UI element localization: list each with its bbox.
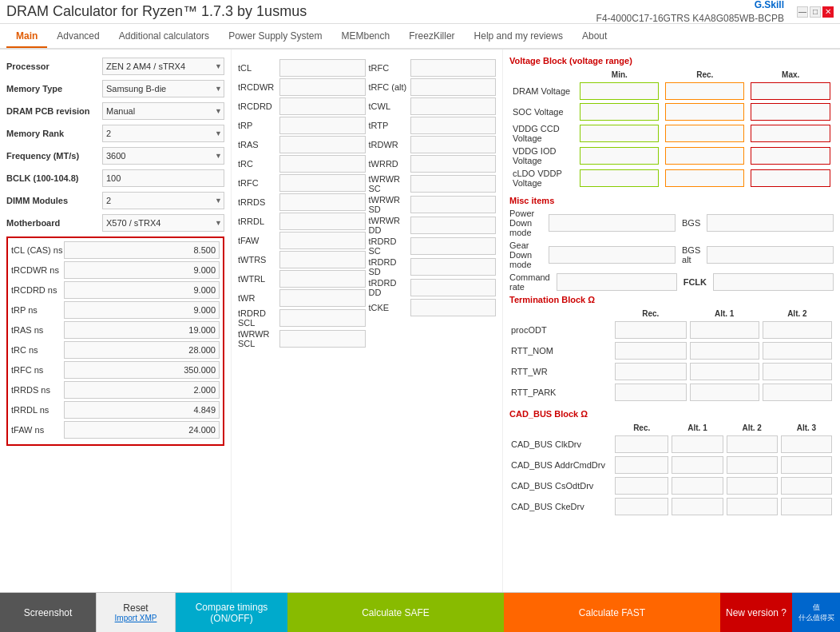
- close-button[interactable]: ✕: [822, 6, 834, 18]
- ns-input-trfc[interactable]: [64, 361, 220, 379]
- misc-input-bgs-alt[interactable]: [707, 246, 834, 264]
- timing-input-trfc2[interactable]: [410, 59, 496, 77]
- cad-addrcmddrv-alt1[interactable]: [672, 456, 723, 474]
- timing-input-trdrd-sc[interactable]: [410, 237, 496, 255]
- ns-input-tcl[interactable]: [64, 241, 220, 259]
- cad-ckedrv-alt1[interactable]: [672, 498, 723, 515]
- cad-ckedrv-alt2[interactable]: [727, 498, 778, 515]
- frequency-dropdown[interactable]: 3600 ▼: [102, 147, 224, 165]
- timing-input-trc[interactable]: [279, 155, 365, 173]
- cad-csodtdrv-alt1[interactable]: [672, 477, 723, 495]
- timing-input-trrdl[interactable]: [279, 213, 365, 230]
- timing-input-tfaw[interactable]: [279, 232, 365, 249]
- calculate-fast-button[interactable]: Calculate FAST: [504, 593, 720, 633]
- dram-pcb-select[interactable]: Manual: [102, 102, 224, 120]
- misc-input-power-down[interactable]: [549, 214, 676, 232]
- timing-input-twrrd[interactable]: [410, 155, 496, 173]
- voltage-dram-rec[interactable]: [665, 82, 744, 100]
- misc-input-fclk[interactable]: [713, 273, 834, 291]
- timing-input-tcke[interactable]: [410, 299, 496, 316]
- voltage-soc-rec[interactable]: [665, 103, 744, 121]
- voltage-dram-min[interactable]: [580, 82, 659, 100]
- voltage-dram-max[interactable]: [751, 82, 830, 100]
- voltage-vddg-iod-min[interactable]: [580, 147, 659, 165]
- nav-item-freezkiller[interactable]: FreezKiller: [399, 26, 464, 48]
- restore-button[interactable]: □: [810, 6, 821, 18]
- motherboard-dropdown[interactable]: X570 / sTRX4 ▼: [102, 214, 224, 232]
- voltage-cldo-min[interactable]: [580, 169, 659, 187]
- compare-button[interactable]: Compare timings(ON/OFF): [176, 593, 287, 633]
- ns-input-trrds[interactable]: [64, 381, 220, 399]
- timing-input-twrwr-sc[interactable]: [410, 175, 496, 193]
- nav-item-help[interactable]: Help and my reviews: [465, 26, 573, 48]
- cad-addrcmddrv-alt3[interactable]: [781, 456, 832, 474]
- cad-clkdrv-alt1[interactable]: [672, 435, 723, 453]
- calculate-safe-button[interactable]: Calculate SAFE: [287, 593, 504, 633]
- nav-item-membench[interactable]: MEMbench: [332, 26, 400, 48]
- voltage-cldo-rec[interactable]: [665, 169, 744, 187]
- reset-button[interactable]: Reset Import XMP: [96, 593, 176, 633]
- timing-input-trdrd-dd[interactable]: [410, 279, 496, 296]
- cad-ckedrv-rec[interactable]: [615, 498, 668, 515]
- voltage-soc-min[interactable]: [580, 103, 659, 121]
- timing-input-tras[interactable]: [279, 136, 365, 153]
- cad-clkdrv-alt2[interactable]: [727, 435, 778, 453]
- nav-item-about[interactable]: About: [573, 26, 616, 48]
- misc-input-command-rate[interactable]: [557, 273, 677, 291]
- timing-input-twrwr-dd[interactable]: [410, 217, 496, 234]
- voltage-vddg-ccd-min[interactable]: [580, 125, 659, 142]
- nav-item-main[interactable]: Main: [6, 26, 47, 48]
- term-rtt-park-rec[interactable]: [615, 384, 687, 401]
- timing-input-trrds[interactable]: [279, 193, 365, 211]
- timing-input-trtp[interactable]: [410, 117, 496, 134]
- voltage-vddg-ccd-max[interactable]: [751, 125, 830, 142]
- cad-addrcmddrv-rec[interactable]: [615, 456, 668, 474]
- dimm-select[interactable]: 2: [102, 192, 224, 209]
- cad-csodtdrv-alt2[interactable]: [727, 477, 778, 495]
- nav-item-power-supply[interactable]: Power Supply System: [219, 26, 331, 48]
- voltage-vddg-iod-max[interactable]: [751, 147, 830, 165]
- processor-dropdown[interactable]: ZEN 2 AM4 / sTRX4 ▼: [102, 58, 224, 75]
- new-version-button[interactable]: New version ?: [720, 593, 792, 633]
- zhihu-button[interactable]: 值什么值得买: [792, 593, 840, 633]
- bclk-input[interactable]: [102, 169, 224, 187]
- timing-input-trcdrd[interactable]: [279, 97, 365, 115]
- term-rtt-park-alt2[interactable]: [763, 384, 832, 401]
- ns-input-tras[interactable]: [64, 321, 220, 339]
- timing-input-tcwl[interactable]: [410, 97, 496, 115]
- cad-ckedrv-alt3[interactable]: [781, 498, 832, 515]
- term-procodt-rec[interactable]: [615, 321, 687, 339]
- timing-input-twrwr-scl[interactable]: [279, 330, 365, 348]
- misc-input-gear-down[interactable]: [549, 246, 676, 264]
- nav-item-additional[interactable]: Additional calculators: [109, 26, 219, 48]
- timing-input-trfc-alt[interactable]: [410, 78, 496, 96]
- cad-clkdrv-alt3[interactable]: [781, 435, 832, 453]
- timing-input-tcl[interactable]: [279, 59, 365, 77]
- timing-input-trfc[interactable]: [279, 174, 365, 192]
- misc-input-bgs[interactable]: [707, 214, 834, 232]
- minimize-button[interactable]: —: [797, 6, 808, 18]
- ns-input-tfaw[interactable]: [64, 421, 220, 439]
- ns-input-trcdrd[interactable]: [64, 281, 220, 299]
- cad-clkdrv-rec[interactable]: [615, 435, 668, 453]
- cad-addrcmddrv-alt2[interactable]: [727, 456, 778, 474]
- cad-csodtdrv-rec[interactable]: [615, 477, 668, 495]
- voltage-vddg-iod-rec[interactable]: [665, 147, 744, 165]
- memory-type-dropdown[interactable]: Samsung B-die ▼: [102, 80, 224, 97]
- timing-input-trcdwr[interactable]: [279, 78, 365, 96]
- timing-input-twtrs[interactable]: [279, 251, 365, 268]
- term-rtt-park-alt1[interactable]: [690, 384, 759, 401]
- dimm-dropdown[interactable]: 2 ▼: [102, 192, 224, 209]
- timing-input-twrwr-sd[interactable]: [410, 196, 496, 213]
- ns-input-trrdl[interactable]: [64, 401, 220, 419]
- term-rtt-wr-alt2[interactable]: [763, 363, 832, 380]
- timing-input-trp[interactable]: [279, 117, 365, 134]
- term-rtt-nom-alt1[interactable]: [690, 342, 759, 360]
- dram-pcb-dropdown[interactable]: Manual ▼: [102, 102, 224, 120]
- voltage-soc-max[interactable]: [751, 103, 830, 121]
- screenshot-button[interactable]: Screenshot: [0, 593, 96, 633]
- voltage-cldo-max[interactable]: [751, 169, 830, 187]
- frequency-select[interactable]: 3600: [102, 147, 224, 165]
- term-rtt-nom-alt2[interactable]: [763, 342, 832, 360]
- ns-input-trcdwr[interactable]: [64, 261, 220, 279]
